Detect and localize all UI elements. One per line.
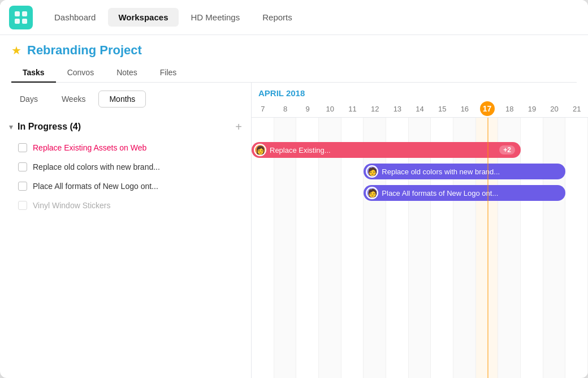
gantt-day-13: 13 [386, 100, 409, 117]
gantt-bar-row-2: 🧑Replace old colors with new brand... [252, 161, 588, 182]
avatar: 🧑 [366, 187, 378, 199]
list-item: Place All formats of New Logo ont... [0, 177, 251, 196]
project-tabs: Tasks Convos Notes Files [11, 63, 577, 83]
collapse-icon[interactable]: ▾ [9, 122, 13, 131]
svg-rect-3 [22, 19, 27, 24]
gantt-bar-replace-existing[interactable]: 👩Replace Existing...+2 [252, 142, 521, 158]
svg-rect-2 [15, 19, 20, 24]
gantt-days-row: 789101112131415161718192021 [252, 100, 588, 117]
section-title: In Progress (4) [18, 122, 231, 132]
task-label-3[interactable]: Place All formats of New Logo ont... [33, 182, 158, 191]
bar-label: Replace Existing... [270, 146, 331, 154]
gantt-day-20: 20 [543, 100, 566, 117]
list-item: Replace Existing Assets on Web [0, 138, 251, 157]
gantt-day-17: 17 [476, 100, 499, 117]
gantt-bar-place-all-formats[interactable]: 🧑Place All formats of New Logo ont... [364, 185, 565, 201]
task-checkbox-1[interactable] [18, 143, 27, 152]
task-checkbox-4[interactable] [18, 201, 27, 210]
avatar: 👩 [254, 144, 266, 156]
gantt-row-space-1 [252, 118, 588, 139]
gantt-day-9: 9 [296, 100, 319, 117]
gantt-bar-row-1: 👩Replace Existing...+2 [252, 139, 588, 161]
task-checkbox-2[interactable] [18, 162, 27, 171]
main-area: Days Weeks Months ▾ In Progress (4) + Re… [0, 83, 588, 378]
app-logo [9, 6, 33, 29]
view-weeks-button[interactable]: Weeks [51, 91, 97, 108]
gantt-month-label: APRIL 2018 [252, 88, 314, 98]
add-task-icon[interactable]: + [235, 121, 242, 132]
project-title: Rebranding Project [27, 43, 142, 58]
task-label-1[interactable]: Replace Existing Assets on Web [33, 143, 146, 152]
gantt-row-space-2 [252, 204, 588, 225]
task-section: ▾ In Progress (4) + Replace Existing Ass… [0, 115, 251, 378]
gantt-day-15: 15 [431, 100, 453, 117]
task-checkbox-3[interactable] [18, 182, 27, 191]
left-panel: Days Weeks Months ▾ In Progress (4) + Re… [0, 83, 252, 378]
project-tab-files[interactable]: Files [149, 63, 188, 83]
gantt-bar-replace-old-colors[interactable]: 🧑Replace old colors with new brand... [364, 164, 565, 179]
star-icon[interactable]: ★ [11, 44, 21, 57]
app-window: Dashboard Workspaces HD Meetings Reports… [0, 0, 588, 378]
avatar: 🧑 [366, 165, 378, 178]
bar-label: Place All formats of New Logo ont... [382, 189, 498, 197]
svg-rect-0 [15, 11, 20, 16]
gantt-day-18: 18 [498, 100, 521, 117]
nav-tab-hd-meetings[interactable]: HD Meetings [181, 8, 250, 27]
gantt-day-11: 11 [341, 100, 364, 117]
nav-tabs: Dashboard Workspaces HD Meetings Reports [44, 8, 579, 27]
gantt-day-21: 21 [565, 100, 588, 117]
bar-label: Replace old colors with new brand... [382, 167, 500, 176]
top-nav: Dashboard Workspaces HD Meetings Reports [0, 0, 588, 35]
bar-badge: +2 [499, 145, 515, 154]
nav-tab-reports[interactable]: Reports [252, 8, 302, 27]
gantt-panel: APRIL 2018 789101112131415161718192021 👩… [252, 83, 588, 378]
task-label-2[interactable]: Replace old colors with new brand... [33, 162, 160, 171]
gantt-day-19: 19 [521, 100, 543, 117]
gantt-body: 👩Replace Existing...+2 🧑Replace old colo… [252, 118, 588, 378]
gantt-month-row: APRIL 2018 [252, 83, 588, 100]
project-header: ★ Rebranding Project Tasks Convos Notes … [0, 35, 588, 83]
gantt-header: APRIL 2018 789101112131415161718192021 [252, 83, 588, 118]
gantt-empty-area [252, 225, 588, 338]
gantt-bar-row-3: 🧑Place All formats of New Logo ont... [252, 182, 588, 204]
gantt-day-10: 10 [319, 100, 341, 117]
nav-tab-dashboard[interactable]: Dashboard [44, 8, 106, 27]
view-months-button[interactable]: Months [98, 91, 146, 108]
task-label-4: Vinyl Window Stickers [33, 201, 110, 210]
list-item: Vinyl Window Stickers [0, 196, 251, 215]
gantt-day-16: 16 [453, 100, 476, 117]
gantt-day-14: 14 [409, 100, 431, 117]
project-title-row: ★ Rebranding Project [11, 43, 577, 58]
project-tab-tasks[interactable]: Tasks [11, 63, 56, 83]
list-item: Replace old colors with new brand... [0, 157, 251, 177]
gantt-day-8: 8 [274, 100, 297, 117]
svg-rect-1 [22, 11, 27, 16]
gantt-day-7: 7 [252, 100, 274, 117]
project-tab-convos[interactable]: Convos [56, 63, 105, 83]
section-header: ▾ In Progress (4) + [0, 115, 251, 138]
nav-tab-workspaces[interactable]: Workspaces [108, 8, 178, 27]
project-tab-notes[interactable]: Notes [105, 63, 149, 83]
gantt-day-12: 12 [364, 100, 386, 117]
view-days-button[interactable]: Days [9, 91, 49, 108]
view-toggle: Days Weeks Months [0, 83, 251, 115]
